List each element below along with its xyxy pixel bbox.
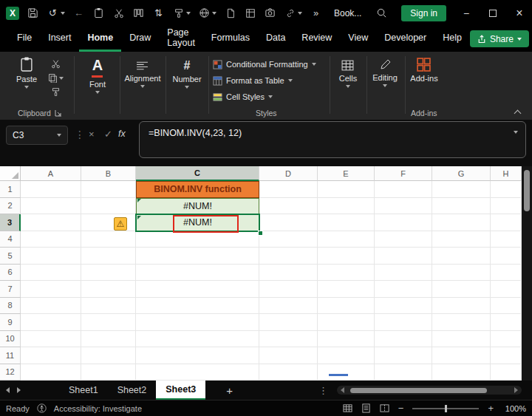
globe-icon[interactable] [198, 7, 216, 19]
cell-e7[interactable] [318, 281, 375, 298]
cell-a8[interactable] [21, 298, 81, 315]
conditional-formatting-button[interactable]: Conditional Formatting [213, 56, 316, 72]
row-header-7[interactable]: 7 [0, 281, 21, 298]
cut-icon[interactable] [112, 7, 125, 19]
cell-d3[interactable] [259, 214, 318, 231]
row-header-2[interactable]: 2 [0, 198, 21, 215]
row-header-8[interactable]: 8 [0, 298, 21, 315]
row-header-10[interactable]: 10 [0, 331, 21, 348]
menu-developer[interactable]: Developer [376, 26, 434, 52]
row-header-4[interactable]: 4 [0, 231, 21, 248]
cell-a11[interactable] [21, 347, 81, 364]
new-sheet-button[interactable]: + [226, 384, 233, 397]
cell-c12[interactable] [136, 364, 259, 381]
cell-g2[interactable] [432, 198, 491, 215]
cell-g9[interactable] [432, 314, 491, 331]
menu-home[interactable]: Home [79, 26, 121, 52]
cell-b1[interactable] [81, 181, 136, 198]
cell-d11[interactable] [259, 347, 318, 364]
cell-h3[interactable] [491, 214, 522, 231]
cell-d1[interactable] [259, 181, 318, 198]
row-header-3[interactable]: 3 [0, 214, 21, 231]
cell-d12[interactable] [259, 364, 318, 381]
cell-c7[interactable] [136, 281, 259, 298]
name-box[interactable]: C3 [6, 126, 68, 145]
back-icon[interactable]: ← [72, 7, 85, 19]
clipboard-icon[interactable] [92, 7, 105, 19]
cell-a12[interactable] [21, 364, 81, 381]
cell-f3[interactable] [375, 214, 432, 231]
row-header-1[interactable]: 1 [0, 181, 21, 198]
save-icon[interactable] [27, 7, 39, 19]
cell-a2[interactable] [21, 198, 81, 215]
cell-b6[interactable] [81, 265, 136, 282]
cell-b11[interactable] [81, 347, 136, 364]
number-group-button[interactable]: # Number [168, 52, 205, 105]
cell-f10[interactable] [375, 331, 432, 348]
menu-page-layout[interactable]: Page Layout [159, 26, 203, 52]
cell-e2[interactable] [318, 198, 375, 215]
row-header-11[interactable]: 11 [0, 347, 21, 364]
cell-b10[interactable] [81, 331, 136, 348]
row-header-12[interactable]: 12 [0, 364, 21, 381]
normal-view-icon[interactable] [343, 403, 352, 413]
menu-view[interactable]: View [340, 26, 376, 52]
cell-a5[interactable] [21, 248, 81, 265]
cell-d5[interactable] [259, 248, 318, 265]
row-header-6[interactable]: 6 [0, 265, 21, 282]
cell-b9[interactable] [81, 314, 136, 331]
confirm-entry-button[interactable]: ✓ [104, 129, 112, 140]
excel-logo-icon[interactable]: X [6, 7, 19, 20]
cancel-entry-button[interactable]: × [89, 129, 95, 140]
column-header-e[interactable]: E [318, 166, 375, 181]
cell-h12[interactable] [491, 364, 522, 381]
cell-d4[interactable] [259, 231, 318, 248]
cell-c10[interactable] [136, 331, 259, 348]
cell-styles-button[interactable]: Cell Styles [213, 89, 273, 105]
format-painter-icon[interactable] [172, 7, 191, 19]
row-header-5[interactable]: 5 [0, 248, 21, 265]
cell-h4[interactable] [491, 231, 522, 248]
cell-b5[interactable] [81, 248, 136, 265]
zoom-in-button[interactable]: + [488, 403, 494, 414]
cell-a1[interactable] [21, 181, 81, 198]
addins-group-button[interactable]: Add-ins [406, 52, 442, 105]
cell-d8[interactable] [259, 298, 318, 315]
cell-g10[interactable] [432, 331, 491, 348]
cell-d10[interactable] [259, 331, 318, 348]
cell-a10[interactable] [21, 331, 81, 348]
cell-e8[interactable] [318, 298, 375, 315]
clipboard-dialog-launcher-icon[interactable] [55, 109, 62, 117]
more-commands-icon[interactable]: » [310, 7, 322, 19]
cell-b12[interactable] [81, 364, 136, 381]
minimize-button[interactable]: − [460, 7, 473, 19]
cell-h5[interactable] [491, 248, 522, 265]
row-header-9[interactable]: 9 [0, 314, 21, 331]
sort-icon[interactable]: ⇅ [152, 7, 165, 19]
cell-g12[interactable] [432, 364, 491, 381]
maximize-button[interactable] [486, 7, 499, 19]
select-all-corner[interactable] [0, 166, 21, 181]
error-trace-warning-icon[interactable]: ⚠ [114, 217, 127, 231]
tab-options-icon[interactable]: ⋮ [318, 385, 328, 396]
column-header-c[interactable]: C [136, 166, 259, 181]
cell-f2[interactable] [375, 198, 432, 215]
cell-a9[interactable] [21, 314, 81, 331]
pivot-table-icon[interactable] [244, 7, 256, 19]
cut-icon[interactable] [50, 58, 62, 70]
format-painter-icon[interactable] [50, 86, 62, 98]
cell-d6[interactable] [259, 265, 318, 282]
menu-insert[interactable]: Insert [40, 26, 79, 52]
insert-function-button[interactable]: fx [118, 129, 126, 139]
cell-h6[interactable] [491, 265, 522, 282]
share-button[interactable]: Share [470, 30, 529, 47]
cell-b2[interactable] [81, 198, 136, 215]
page-break-view-icon[interactable] [380, 403, 389, 413]
formula-input[interactable]: =BINOM.INV(4,23, 12) [139, 121, 526, 158]
column-header-a[interactable]: A [21, 166, 81, 181]
cell-a6[interactable] [21, 265, 81, 282]
cell-b8[interactable] [81, 298, 136, 315]
cell-d2[interactable] [259, 198, 318, 215]
column-header-b[interactable]: B [81, 166, 136, 181]
close-button[interactable]: × [513, 7, 526, 20]
